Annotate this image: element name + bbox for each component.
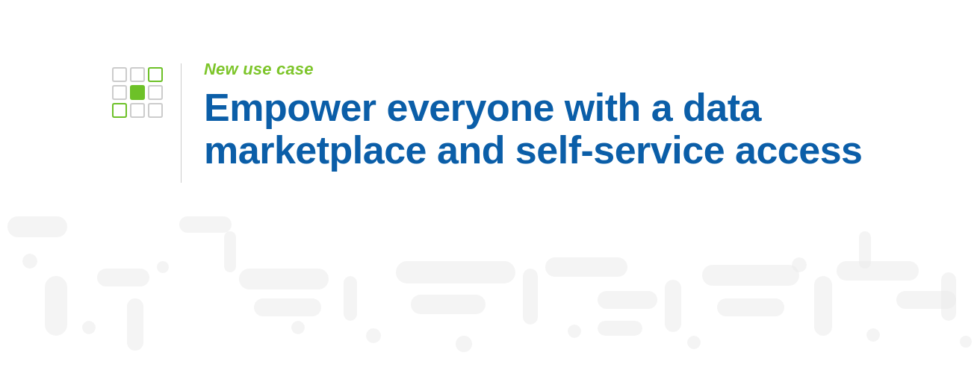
icon-cell bbox=[148, 85, 163, 100]
title-line-2: marketplace and self-service access bbox=[204, 128, 863, 172]
icon-cell bbox=[112, 85, 127, 100]
icon-cell bbox=[148, 103, 163, 118]
text-block: New use case Empower everyone with a dat… bbox=[204, 60, 863, 172]
subtitle-label: New use case bbox=[204, 60, 863, 79]
icon-cell-green-filled bbox=[130, 85, 145, 100]
title-line-1: Empower everyone with a data bbox=[204, 86, 761, 129]
icon-cell bbox=[130, 103, 145, 118]
icon-cell bbox=[130, 67, 145, 82]
icon-cell-green bbox=[112, 103, 127, 118]
main-title: Empower everyone with a data marketplace… bbox=[204, 87, 863, 172]
vertical-divider bbox=[181, 63, 182, 183]
icon-row-3 bbox=[112, 103, 163, 118]
content-area: New use case Empower everyone with a dat… bbox=[0, 0, 980, 376]
grid-icon bbox=[112, 67, 163, 118]
icon-row-2 bbox=[112, 85, 163, 100]
icon-cell-green bbox=[148, 67, 163, 82]
icon-row-1 bbox=[112, 67, 163, 82]
icon-cell bbox=[112, 67, 127, 82]
